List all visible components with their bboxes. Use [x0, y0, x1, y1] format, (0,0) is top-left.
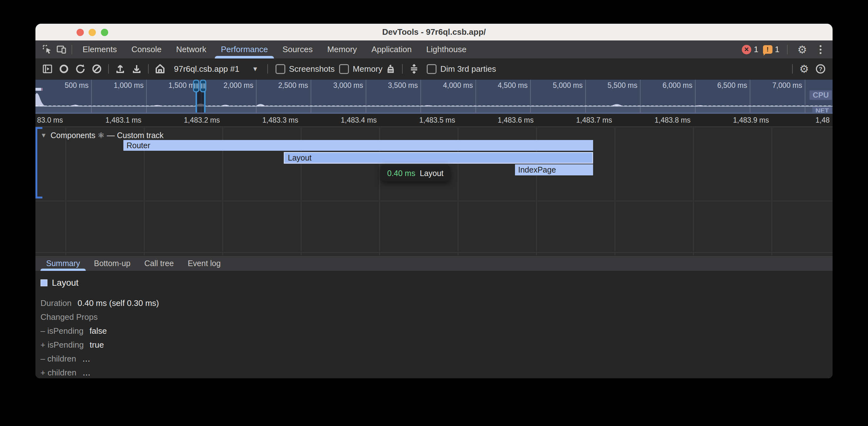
screenshots-label: Screenshots	[289, 64, 335, 74]
flame-chart[interactable]: ▼ Components ⚛ — Custom track RouterLayo…	[35, 127, 833, 255]
tab-memory[interactable]: Memory	[320, 40, 364, 59]
tab-application[interactable]: Application	[364, 40, 419, 59]
tooltip-duration: 0.40 ms	[387, 169, 415, 178]
garbage-collect-icon[interactable]	[382, 61, 399, 77]
drawer-tab-bottom-up[interactable]: Bottom-up	[87, 256, 137, 271]
clear-icon[interactable]	[89, 61, 105, 77]
divider	[148, 64, 149, 74]
summary-row: – isPendingfalse	[40, 324, 833, 338]
net-lane-label: NET	[812, 107, 832, 114]
issues-badge[interactable]: ! 1	[763, 44, 779, 54]
summary-row-label: – children	[40, 354, 76, 364]
summary-panel: Layout Duration0.40 ms (self 0.30 ms)Cha…	[35, 271, 833, 378]
divider	[402, 64, 403, 74]
track-header[interactable]: ▼ Components ⚛ — Custom track	[40, 131, 163, 140]
flame-gridline	[615, 127, 615, 255]
flame-gridline	[65, 127, 66, 255]
record-icon[interactable]	[56, 61, 72, 77]
summary-title: Layout	[52, 278, 79, 288]
divider	[71, 45, 72, 54]
ruler-tick-label: 1,483.1 ms	[105, 116, 142, 125]
summary-row: – children…	[40, 352, 833, 366]
ruler-tick-label: 1,483.3 ms	[262, 116, 298, 125]
issue-icon: !	[763, 45, 772, 54]
live-metrics-home-icon[interactable]	[152, 61, 168, 77]
summary-row-value: false	[90, 326, 107, 336]
flame-bar-router[interactable]: Router	[123, 140, 593, 151]
selection-left-handle[interactable]	[193, 79, 199, 92]
device-toolbar-icon[interactable]	[54, 43, 68, 57]
drawer-tab-event-log[interactable]: Event log	[181, 256, 227, 271]
summary-row-value: …	[82, 354, 90, 364]
ruler-tick-label: 1,483.7 ms	[576, 116, 612, 125]
error-icon: ✕	[742, 45, 751, 54]
settings-gear-icon[interactable]: ⚙	[795, 43, 809, 57]
memory-checkbox[interactable]	[339, 64, 349, 74]
minimize-window-button[interactable]	[89, 29, 96, 36]
svg-text:?: ?	[819, 66, 823, 72]
page-selector-dropdown[interactable]: 97r6ql.csb.app #1 ▼	[168, 64, 264, 74]
network-request-bar	[35, 88, 41, 91]
capture-settings-gear-icon[interactable]: ⚙	[796, 61, 812, 77]
tab-elements[interactable]: Elements	[75, 40, 124, 59]
tab-network[interactable]: Network	[169, 40, 214, 59]
close-window-button[interactable]	[76, 29, 84, 36]
summary-row-label: + isPending	[40, 340, 84, 350]
divider	[787, 45, 788, 54]
cpu-lane-label: CPU	[809, 90, 832, 100]
flame-bar-layout[interactable]: Layout	[284, 152, 593, 164]
summary-row-label: – isPending	[40, 326, 84, 336]
zoom-window-button[interactable]	[101, 29, 108, 36]
devtools-window: DevTools - 97r6ql.csb.app/ ElementsConso…	[35, 24, 833, 378]
chevron-down-icon: ▼	[252, 65, 258, 73]
dim-3rd-parties-label: Dim 3rd parties	[440, 64, 496, 74]
selected-track-bracket	[35, 127, 37, 198]
network-lane	[35, 106, 833, 112]
track-divider	[35, 252, 833, 253]
compress-icon[interactable]	[406, 61, 422, 77]
screenshots-checkbox[interactable]	[276, 64, 285, 74]
download-profile-icon[interactable]	[128, 61, 145, 77]
reload-record-icon[interactable]	[72, 61, 89, 77]
event-color-swatch	[40, 280, 48, 286]
tab-lighthouse[interactable]: Lighthouse	[419, 40, 474, 59]
tooltip-event-name: Layout	[420, 169, 443, 178]
divider	[792, 64, 793, 74]
drawer-tab-call-tree[interactable]: Call tree	[137, 256, 181, 271]
ruler-tick-label: 1,483.5 ms	[419, 116, 455, 125]
window-title: DevTools - 97r6ql.csb.app/	[382, 27, 486, 37]
summary-row-value: 0.40 ms (self 0.30 ms)	[78, 298, 159, 308]
selection-left-edge[interactable]	[195, 91, 197, 112]
selection-right-handle[interactable]	[200, 79, 206, 92]
network-request-bar-end	[41, 88, 43, 91]
timeline-ruler: 83.0 ms1,483.1 ms1,483.2 ms1,483.3 ms1,4…	[35, 114, 833, 127]
ruler-tick-label: 1,483.6 ms	[498, 116, 534, 125]
ruler-tick-label: 1,483.4 ms	[341, 116, 377, 125]
timeline-overview[interactable]: 500 ms1,000 ms1,500 ms2,000 ms2,500 ms3,…	[35, 79, 833, 114]
summary-row: Changed Props	[40, 310, 833, 324]
help-icon[interactable]: ?	[812, 61, 829, 77]
upload-profile-icon[interactable]	[112, 61, 128, 77]
tab-console[interactable]: Console	[124, 40, 168, 59]
titlebar: DevTools - 97r6ql.csb.app/	[35, 24, 833, 40]
selection-right-edge[interactable]	[204, 91, 206, 112]
tab-performance[interactable]: Performance	[214, 40, 275, 59]
flame-bar-indexpage[interactable]: IndexPage	[515, 164, 593, 175]
dim-3rd-parties-checkbox[interactable]	[427, 64, 437, 74]
track-title: Components ⚛ — Custom track	[51, 131, 163, 140]
ruler-tick-label: 1,483.9 ms	[733, 116, 769, 125]
tab-sources[interactable]: Sources	[275, 40, 320, 59]
flame-gridline	[693, 127, 694, 255]
drawer-tab-summary[interactable]: Summary	[39, 256, 87, 271]
summary-row: Duration0.40 ms (self 0.30 ms)	[40, 296, 833, 310]
errors-badge[interactable]: ✕ 1	[742, 44, 758, 54]
more-menu-icon[interactable]	[814, 43, 828, 57]
disclosure-triangle-icon[interactable]: ▼	[40, 132, 47, 139]
selection-window[interactable]	[197, 91, 204, 112]
summary-row-value: true	[90, 340, 104, 350]
divider	[267, 64, 268, 74]
devtools-tabbar: ElementsConsoleNetworkPerformanceSources…	[35, 40, 833, 59]
summary-row-label: + children	[40, 368, 76, 378]
inspect-element-icon[interactable]	[40, 43, 54, 57]
sidebar-toggle-icon[interactable]	[39, 61, 56, 77]
